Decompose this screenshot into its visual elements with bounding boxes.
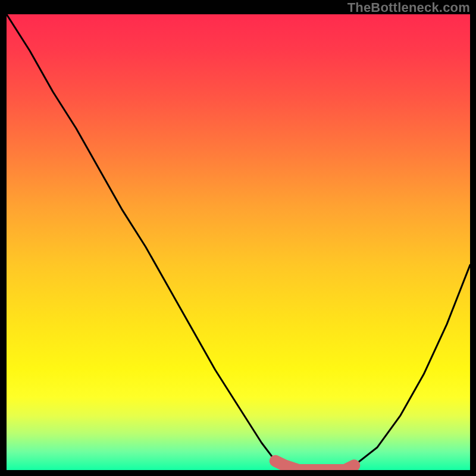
optimal-band bbox=[275, 461, 355, 470]
plot-area bbox=[7, 14, 470, 470]
bottleneck-curve-svg bbox=[7, 14, 470, 470]
chart-frame: TheBottleneck.com bbox=[0, 0, 476, 476]
watermark-text: TheBottleneck.com bbox=[347, 0, 470, 15]
curve-group bbox=[7, 14, 470, 470]
bottleneck-curve bbox=[7, 14, 470, 470]
